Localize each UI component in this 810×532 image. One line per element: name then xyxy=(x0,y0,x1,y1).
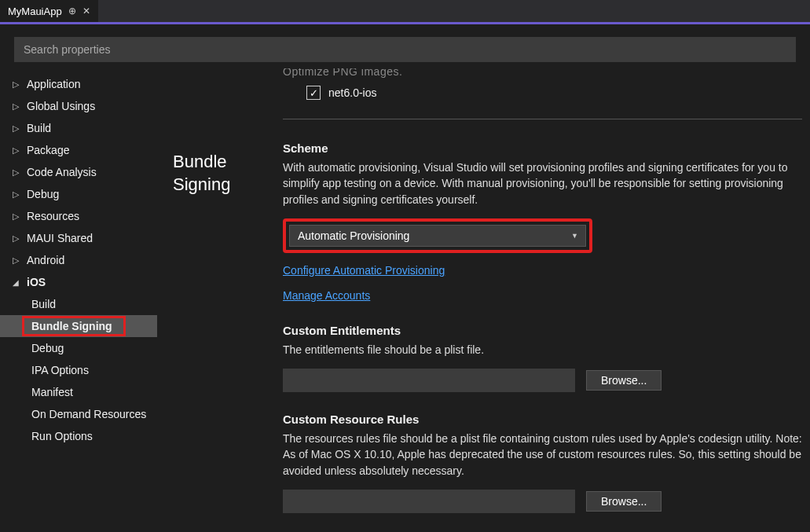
entitlements-block: Custom Entitlements The entitlements fil… xyxy=(283,324,802,392)
scheme-dropdown[interactable]: Automatic Provisioning xyxy=(289,225,586,247)
manage-accounts-link[interactable]: Manage Accounts xyxy=(283,289,370,302)
sidebar-item-package[interactable]: Package xyxy=(0,139,157,161)
sidebar-item-ios-debug[interactable]: Debug xyxy=(0,337,157,359)
sidebar-item-global-usings[interactable]: Global Usings xyxy=(0,95,157,117)
sidebar-item-ios-on-demand-resources[interactable]: On Demand Resources xyxy=(0,403,157,425)
sidebar-item-code-analysis[interactable]: Code Analysis xyxy=(0,161,157,183)
configure-provisioning-link[interactable]: Configure Automatic Provisioning xyxy=(283,264,445,277)
resource-rules-browse-button[interactable]: Browse... xyxy=(586,491,662,512)
entitlements-path-input[interactable] xyxy=(283,369,575,392)
sidebar-item-resources[interactable]: Resources xyxy=(0,205,157,227)
document-tab[interactable]: MyMauiApp ⊕ ✕ xyxy=(0,0,98,22)
resource-rules-title: Custom Resource Rules xyxy=(283,413,802,426)
sidebar-item-ios-ipa-options[interactable]: IPA Options xyxy=(0,359,157,381)
sidebar-item-ios-bundle-signing[interactable]: Bundle Signing xyxy=(0,315,157,337)
properties-sidebar: Application Global Usings Build Package … xyxy=(0,68,157,532)
sidebar-item-ios[interactable]: iOS xyxy=(0,271,157,293)
sidebar-item-ios-run-options[interactable]: Run Options xyxy=(0,425,157,447)
sidebar-item-application[interactable]: Application xyxy=(0,73,157,95)
resource-rules-path-input[interactable] xyxy=(283,490,575,513)
sidebar-item-maui-shared[interactable]: MAUI Shared xyxy=(0,227,157,249)
scheme-dropdown-highlight: Automatic Provisioning ▼ xyxy=(283,218,592,253)
scheme-description: With automatic provisioning, Visual Stud… xyxy=(283,160,802,207)
sidebar-item-ios-manifest[interactable]: Manifest xyxy=(0,381,157,403)
tab-bar: MyMauiApp ⊕ ✕ xyxy=(0,0,810,22)
sidebar-item-build[interactable]: Build xyxy=(0,117,157,139)
search-input[interactable] xyxy=(14,37,796,62)
net6-ios-checkbox[interactable]: ✓ xyxy=(306,86,321,100)
entitlements-browse-button[interactable]: Browse... xyxy=(586,370,662,391)
tab-title: MyMauiApp xyxy=(8,6,62,17)
scheme-title: Scheme xyxy=(283,141,802,155)
pin-icon[interactable]: ⊕ xyxy=(68,6,76,17)
net6-ios-label: net6.0-ios xyxy=(328,86,376,99)
section-title: Bundle Signing xyxy=(173,151,283,196)
scheme-block: Scheme With automatic provisioning, Visu… xyxy=(283,141,802,303)
close-icon[interactable]: ✕ xyxy=(82,6,90,17)
sidebar-item-ios-build[interactable]: Build xyxy=(0,293,157,315)
sidebar-item-android[interactable]: Android xyxy=(0,249,157,271)
sidebar-item-debug[interactable]: Debug xyxy=(0,183,157,205)
truncated-previous-section: Optimize PNG images. xyxy=(283,68,802,81)
resource-rules-description: The resources rules file should be a pli… xyxy=(283,431,802,479)
entitlements-description: The entitlements file should be a plist … xyxy=(283,342,802,358)
resource-rules-block: Custom Resource Rules The resources rule… xyxy=(283,413,802,513)
section-separator xyxy=(283,119,802,119)
entitlements-title: Custom Entitlements xyxy=(283,324,802,337)
